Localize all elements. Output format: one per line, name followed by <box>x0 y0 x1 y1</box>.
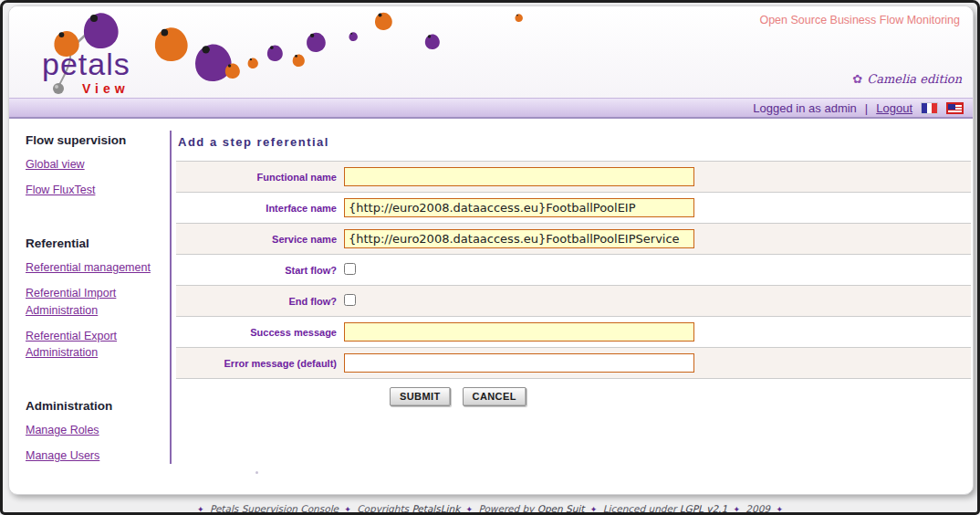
end-flow-label: End flow? <box>176 296 344 307</box>
success-message-label: Success message <box>176 327 344 338</box>
form-row-interface-name: Interface name <box>176 193 971 224</box>
footer-powered-text: Powered by <box>478 503 534 514</box>
footer-console-text: Petals Supervision Console <box>210 503 339 514</box>
form-actions: SUBMIT CANCEL <box>176 379 971 419</box>
sidebar: Flow supervision Global view Flow FluxTe… <box>9 119 170 493</box>
form-row-success-message: Success message <box>176 317 971 348</box>
form-row-functional-name: Functional name <box>176 162 971 193</box>
interface-name-label: Interface name <box>176 203 344 214</box>
stray-dot-decoration <box>255 471 258 474</box>
edition-text: Camelia edition <box>867 72 962 86</box>
error-message-label: Error message (default) <box>176 358 344 369</box>
step-referential-form: Functional name Interface name Service n… <box>176 161 971 379</box>
functional-name-field[interactable] <box>344 167 694 186</box>
footer-diamond-icon: ✦ <box>194 505 207 514</box>
footer-diamond-icon: ✦ <box>588 505 600 514</box>
footer-diamond-icon: ✦ <box>341 505 354 514</box>
sidebar-heading-administration: Administration <box>26 399 170 413</box>
start-flow-label: Start flow? <box>176 265 344 276</box>
footer-licence-text: Licenced under <box>603 503 677 514</box>
sidebar-heading-referential: Referential <box>26 236 170 250</box>
form-row-service-name: Service name <box>176 224 971 255</box>
form-row-error-message: Error message (default) <box>176 348 971 379</box>
sidebar-item-referential-import-administration[interactable]: Referential Import Administration <box>26 285 161 318</box>
login-separator: | <box>865 101 868 115</box>
footer-diamond-icon: ✦ <box>730 505 743 514</box>
cancel-button[interactable]: CANCEL <box>463 387 526 406</box>
error-message-field[interactable] <box>344 353 694 373</box>
petals-view-window: { "header": { "logo_brand": "petals", "l… <box>0 0 980 515</box>
flag-us-icon[interactable] <box>946 102 964 114</box>
page-title: Add a step referential <box>178 135 971 149</box>
footer-diamond-icon: ✦ <box>773 505 786 514</box>
sidebar-item-global-view[interactable]: Global view <box>26 156 161 173</box>
sidebar-heading-flow-supervision: Flow supervision <box>26 133 170 147</box>
footer-diamond-icon: ✦ <box>464 505 476 514</box>
logout-link[interactable]: Logout <box>876 101 912 115</box>
open-suit-link[interactable]: Open Suit <box>537 503 585 514</box>
login-bar: Logged in as admin | Logout <box>9 98 973 119</box>
start-flow-checkbox[interactable] <box>344 263 356 275</box>
edition-label: ✿ Camelia edition <box>852 72 962 86</box>
tagline-text: Open Source Business Flow Monitoring <box>759 14 960 26</box>
sidebar-item-referential-management[interactable]: Referential management <box>26 259 161 276</box>
end-flow-checkbox[interactable] <box>344 294 356 306</box>
submit-button[interactable]: SUBMIT <box>390 387 451 406</box>
sidebar-item-manage-roles[interactable]: Manage Roles <box>26 422 161 438</box>
petalslink-link[interactable]: PetalsLink <box>412 503 460 514</box>
logo-sub-text: View <box>82 81 130 96</box>
sidebar-item-flow-fluxtest[interactable]: Flow FluxTest <box>26 182 161 198</box>
form-content: Add a step referential Functional name I… <box>172 119 973 493</box>
lgpl-link[interactable]: LGPL v2.1 <box>680 503 727 514</box>
functional-name-label: Functional name <box>176 172 344 183</box>
form-row-start-flow: Start flow? <box>176 255 971 286</box>
interface-name-field[interactable] <box>344 198 694 217</box>
app-header: petals View Open Source Business Flow Mo… <box>9 6 973 98</box>
footer: ✦ Petals Supervision Console ✦ Copyright… <box>3 503 977 514</box>
camelia-flower-icon: ✿ <box>852 72 862 86</box>
flag-france-icon[interactable] <box>921 102 938 114</box>
logo-brand-text: petals <box>42 47 130 82</box>
footer-copyrights-text: Copyrights <box>357 503 409 514</box>
sidebar-item-referential-export-administration[interactable]: Referential Export Administration <box>26 328 161 361</box>
main-area: Flow supervision Global view Flow FluxTe… <box>9 119 973 493</box>
login-status-text: Logged in as admin <box>753 101 856 115</box>
service-name-label: Service name <box>176 234 344 245</box>
sidebar-item-manage-users[interactable]: Manage Users <box>26 447 161 464</box>
app-panel: petals View Open Source Business Flow Mo… <box>8 5 974 495</box>
petal-decoration-icon <box>137 6 538 93</box>
service-name-field[interactable] <box>344 229 694 248</box>
form-row-end-flow: End flow? <box>176 286 971 317</box>
footer-year-text: 2009 <box>745 503 770 514</box>
success-message-field[interactable] <box>344 322 694 342</box>
